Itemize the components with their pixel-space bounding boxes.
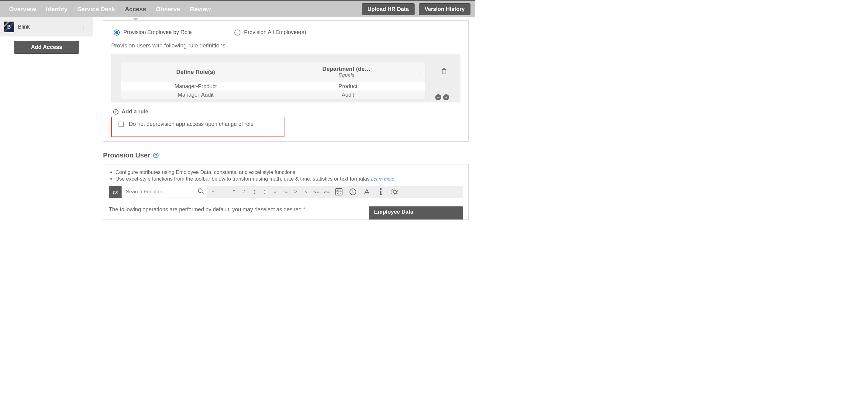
misc-functions-icon[interactable]: [388, 188, 402, 196]
svg-point-4: [393, 190, 397, 194]
rule-header-dept-title: Department (de…: [276, 66, 416, 72]
add-rule-button[interactable]: + Add a rule: [111, 109, 460, 115]
add-access-button[interactable]: Add Access: [14, 41, 79, 54]
kebab-menu-icon[interactable]: ⋮: [81, 23, 87, 31]
provision-user-title-row: Provision User ?: [103, 151, 469, 159]
sidebar-app-item[interactable]: B Blink ⋮: [0, 17, 93, 36]
tab-overview[interactable]: Overview: [5, 2, 40, 17]
op-divide[interactable]: /: [239, 189, 249, 195]
trash-icon[interactable]: [441, 68, 447, 76]
plus-circle-icon: +: [113, 109, 119, 115]
learn-more-link[interactable]: Learn more: [371, 176, 395, 181]
rule-row-dept: Product: [270, 82, 426, 91]
rule-subheading: Provision users with following rule defi…: [111, 42, 460, 49]
radio-selected-icon: [114, 29, 120, 35]
op-paren-open[interactable]: (: [249, 189, 259, 195]
text-functions-icon[interactable]: [360, 188, 374, 196]
app-logo-icon: B: [4, 22, 14, 32]
add-rule-label: Add a rule: [122, 109, 148, 115]
checkbox-empty-icon[interactable]: [119, 122, 124, 127]
radio-all-label: Provision All Employee(s): [244, 29, 306, 35]
rule-row-role: Manager-Product: [121, 82, 270, 91]
svg-point-0: [198, 189, 203, 193]
op-less-equal[interactable]: <=: [311, 189, 321, 195]
info-icon[interactable]: [374, 188, 388, 196]
row-add-remove-buttons: − +: [435, 94, 449, 100]
math-functions-icon[interactable]: [332, 188, 346, 196]
delete-rule-column: [435, 62, 453, 76]
radio-provision-all[interactable]: Provision All Employee(s): [234, 29, 306, 35]
rule-table-row: Manager-Audit Audit − +: [121, 91, 426, 99]
deprovision-highlight-box: Do not deprovision app access upon chang…: [111, 117, 284, 137]
radio-unselected-icon: [234, 29, 240, 35]
function-search-wrap: [122, 186, 207, 198]
instruction-text: Use excel-style functions from the toolb…: [116, 176, 371, 182]
op-not-equals[interactable]: !=: [280, 189, 290, 195]
rule-header-department: Department (de… Equals ⋮: [270, 63, 426, 82]
default-ops-row: The following operations are performed b…: [109, 206, 463, 219]
rule-row-dept-text: Audit: [342, 92, 354, 98]
op-less[interactable]: <: [301, 189, 311, 195]
add-row-button[interactable]: +: [443, 94, 449, 100]
function-search-input[interactable]: [122, 186, 207, 198]
remove-row-button[interactable]: −: [435, 94, 441, 100]
op-minus[interactable]: -: [218, 189, 228, 195]
svg-point-3: [380, 188, 381, 190]
top-navbar: Overview Identity Service Desk Access Ob…: [0, 0, 475, 17]
rule-header-define-roles: Define Role(s): [121, 62, 270, 82]
sidebar: B Blink ⋮ Add Access: [0, 17, 93, 227]
op-paren-close[interactable]: ): [259, 189, 270, 195]
search-icon[interactable]: [197, 188, 204, 196]
tab-service-desk[interactable]: Service Desk: [73, 2, 119, 17]
provision-mode-radio-group: Provision Employee by Role Provision All…: [111, 29, 460, 35]
fx-icon: ƒx: [109, 186, 122, 198]
help-icon[interactable]: ?: [153, 153, 159, 158]
rule-table-header: Define Role(s) Department (de… Equals ⋮: [121, 62, 426, 82]
rule-header-dept-operator: Equals: [276, 72, 416, 79]
function-toolbar: ƒx + - * / ( ) = != > <: [109, 186, 463, 198]
employee-data-button[interactable]: Employee Data: [369, 206, 463, 219]
provision-rules-card: Provision Employee by Role Provision All…: [103, 20, 469, 142]
instruction-item: Use excel-style functions from the toolb…: [116, 176, 463, 182]
tab-identity[interactable]: Identity: [42, 2, 72, 17]
tab-access[interactable]: Access: [121, 2, 150, 17]
default-ops-text: The following operations are performed b…: [109, 206, 305, 213]
op-equals[interactable]: =: [270, 189, 280, 195]
provision-user-title: Provision User: [103, 151, 150, 159]
date-time-icon[interactable]: [346, 188, 360, 196]
function-operators-bar: + - * / ( ) = != > < <= >=: [207, 186, 463, 198]
nav-tabs: Overview Identity Service Desk Access Ob…: [5, 2, 215, 17]
tab-review[interactable]: Review: [186, 2, 215, 17]
radio-provision-by-role[interactable]: Provision Employee by Role: [114, 29, 192, 35]
op-greater[interactable]: >: [290, 189, 301, 195]
rule-table-row: Manager-Product Product: [121, 82, 426, 91]
rule-row-role: Manager-Audit: [121, 91, 270, 99]
tab-observe[interactable]: Observe: [152, 2, 184, 17]
op-multiply[interactable]: *: [228, 189, 239, 195]
radio-by-role-label: Provision Employee by Role: [123, 29, 192, 35]
main-content: Provision Employee by Role Provision All…: [93, 17, 475, 227]
op-plus[interactable]: +: [208, 189, 218, 195]
column-kebab-icon[interactable]: ⋮: [416, 69, 422, 76]
rule-row-dept: Audit − +: [270, 91, 426, 99]
version-history-button[interactable]: Version History: [419, 3, 470, 15]
deprovision-checkbox-label: Do not deprovision app access upon chang…: [129, 121, 253, 127]
rule-definitions-block: Define Role(s) Department (de… Equals ⋮ …: [111, 54, 460, 102]
rule-table: Define Role(s) Department (de… Equals ⋮ …: [121, 62, 426, 99]
deprovision-checkbox-row[interactable]: Do not deprovision app access upon chang…: [119, 121, 279, 127]
instructions-list: Configure attributes using Employee Data…: [109, 169, 463, 182]
op-greater-equal[interactable]: >=: [321, 189, 332, 195]
instruction-item: Configure attributes using Employee Data…: [116, 169, 463, 175]
upload-hr-data-button[interactable]: Upload HR Data: [362, 3, 414, 15]
sidebar-app-name: Blink: [18, 24, 30, 30]
provision-user-card: Configure attributes using Employee Data…: [103, 164, 469, 220]
